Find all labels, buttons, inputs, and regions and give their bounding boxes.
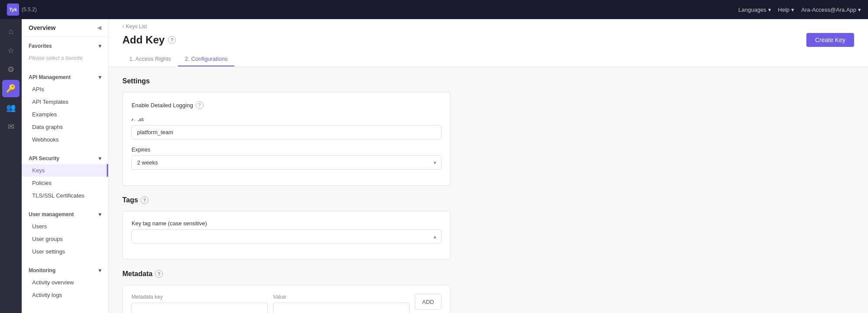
sidebar-item-apis[interactable]: APIs <box>22 83 108 96</box>
alias-input[interactable] <box>132 125 441 139</box>
help-menu[interactable]: Help ▾ <box>778 7 795 13</box>
sidebar-icon-home[interactable]: ⌂ <box>2 23 20 40</box>
sidebar-item-tls-ssl[interactable]: TLS/SSL Certificates <box>22 189 108 202</box>
main-layout: ⌂ ☆ ⚙ 🔑 👥 ✉ Overview ◀ Favorites ▾ Pleas… <box>0 19 868 313</box>
api-security-chevron-icon: ▾ <box>99 155 101 161</box>
page-title-row: Add Key ? Create Key <box>122 31 854 50</box>
expires-group: Expires Never 1 hour 1 day 1 week 2 week… <box>132 146 441 170</box>
nav-section-api-management-header[interactable]: API Management ▾ <box>22 72 108 83</box>
breadcrumb: ‹ Keys List <box>122 19 854 31</box>
sidebar-item-activity-logs[interactable]: Activity logs <box>22 289 108 301</box>
sidebar-icon-settings[interactable]: ⚙ <box>2 61 20 78</box>
icon-sidebar: ⌂ ☆ ⚙ 🔑 👥 ✉ <box>0 19 22 313</box>
metadata-help-icon[interactable]: ? <box>155 270 163 278</box>
metadata-section-title: Metadata ? <box>122 270 450 278</box>
nav-section-api-management: API Management ▾ APIs API Templates Exam… <box>22 68 108 149</box>
sidebar-item-policies[interactable]: Policies <box>22 177 108 189</box>
topnav-right: Languages ▾ Help ▾ Ara-Access@Ara.App ▾ <box>738 7 861 13</box>
tags-input-wrapper: ▴ <box>132 229 441 244</box>
sidebar-item-activity-overview[interactable]: Activity overview <box>22 276 108 289</box>
tyk-logo: Tyk (5.5.2) <box>7 3 37 16</box>
user-management-chevron-icon: ▾ <box>99 211 101 217</box>
nav-section-favorites: Favorites ▾ Please select a favorite <box>22 37 108 68</box>
metadata-value-input[interactable] <box>273 303 409 313</box>
sidebar-item-data-graphs[interactable]: Data graphs <box>22 121 108 133</box>
tags-section-title: Tags ? <box>122 196 450 204</box>
monitoring-chevron-icon: ▾ <box>99 267 101 273</box>
sidebar-icon-mail[interactable]: ✉ <box>2 118 20 135</box>
nav-section-monitoring: Monitoring ▾ Activity overview Activity … <box>22 261 108 305</box>
tags-help-icon[interactable]: ? <box>141 196 148 204</box>
expires-select-wrapper: Never 1 hour 1 day 1 week 2 weeks 1 mont… <box>132 155 441 170</box>
metadata-key-input[interactable] <box>132 303 268 313</box>
create-key-button[interactable]: Create Key <box>806 33 854 47</box>
tags-card: Key tag name (case sensitive) ▴ <box>122 211 450 260</box>
sidebar-item-keys[interactable]: Keys <box>22 164 108 177</box>
api-management-chevron-icon: ▾ <box>99 74 101 80</box>
sidebar-icon-favorites[interactable]: ☆ <box>2 42 20 59</box>
sidebar-item-examples[interactable]: Examples <box>22 108 108 121</box>
metadata-key-label: Metadata key <box>132 294 268 300</box>
sidebar-collapse-button[interactable]: ◀ <box>97 25 101 31</box>
content-area: ‹ Keys List Add Key ? Create Key 1. Acce… <box>108 19 868 313</box>
metadata-value-label: Value <box>273 294 409 300</box>
page-title: Add Key ? <box>122 34 176 46</box>
expires-label: Expires <box>132 146 441 153</box>
page-title-help-icon[interactable]: ? <box>168 36 176 44</box>
metadata-value-col: Value <box>273 294 409 313</box>
languages-menu[interactable]: Languages ▾ <box>738 7 771 13</box>
favorites-chevron-icon: ▾ <box>99 43 101 49</box>
tyk-logo-icon: Tyk <box>7 3 19 16</box>
logging-toggle-row: Enable Detailed Logging ? <box>132 101 441 109</box>
user-chevron-icon: ▾ <box>858 7 861 13</box>
favorites-placeholder: Please select a favorite <box>22 52 108 65</box>
metadata-add-wrapper: ADD <box>415 294 441 310</box>
expires-select[interactable]: Never 1 hour 1 day 1 week 2 weeks 1 mont… <box>132 155 441 170</box>
metadata-add-button[interactable]: ADD <box>415 294 441 310</box>
app-version: (5.5.2) <box>22 7 37 13</box>
toggle-thumb <box>132 113 140 121</box>
logging-help-icon[interactable]: ? <box>196 101 204 109</box>
user-menu[interactable]: Ara-Access@Ara.App ▾ <box>801 7 861 13</box>
nav-section-api-security-header[interactable]: API Security ▾ <box>22 153 108 164</box>
nav-section-user-management: User management ▾ Users User groups User… <box>22 205 108 261</box>
nav-section-api-security: API Security ▾ Keys Policies TLS/SSL Cer… <box>22 149 108 205</box>
nav-sidebar-header: Overview ◀ <box>22 19 108 37</box>
tag-name-input[interactable] <box>132 229 441 244</box>
topnav: Tyk (5.5.2) Languages ▾ Help ▾ Ara-Acces… <box>0 0 868 19</box>
nav-section-monitoring-header[interactable]: Monitoring ▾ <box>22 265 108 276</box>
help-chevron-icon: ▾ <box>791 7 794 13</box>
settings-card: Enable Detailed Logging ? Alias <box>122 92 450 186</box>
nav-section-favorites-header[interactable]: Favorites ▾ <box>22 40 108 52</box>
tag-name-group: Key tag name (case sensitive) ▴ <box>132 220 441 244</box>
breadcrumb-chevron-icon: ‹ <box>122 23 124 30</box>
sidebar-item-webhooks[interactable]: Webhooks <box>22 133 108 146</box>
sidebar-item-user-settings[interactable]: User settings <box>22 245 108 258</box>
sidebar-item-user-groups[interactable]: User groups <box>22 233 108 245</box>
metadata-key-col: Metadata key <box>132 294 268 313</box>
sidebar-overview-label: Overview <box>29 24 56 31</box>
nav-section-user-management-header[interactable]: User management ▾ <box>22 209 108 220</box>
logging-label: Enable Detailed Logging ? <box>132 101 441 109</box>
content-body: Settings Enable Detailed Logging ? <box>108 67 464 313</box>
metadata-card: Metadata key Value ADD <box>122 285 450 313</box>
topnav-left: Tyk (5.5.2) <box>7 3 37 16</box>
tab-configurations[interactable]: 2. Configurations <box>178 52 234 66</box>
sidebar-icon-security[interactable]: 🔑 <box>2 80 20 97</box>
tabs: 1. Access Rights 2. Configurations <box>122 50 854 66</box>
page-header: ‹ Keys List Add Key ? Create Key 1. Acce… <box>108 19 868 67</box>
sidebar-icon-users[interactable]: 👥 <box>2 99 20 116</box>
nav-sidebar: Overview ◀ Favorites ▾ Please select a f… <box>22 19 108 313</box>
sidebar-item-users[interactable]: Users <box>22 220 108 233</box>
languages-chevron-icon: ▾ <box>768 7 771 13</box>
metadata-row: Metadata key Value ADD <box>132 294 441 313</box>
tab-access-rights[interactable]: 1. Access Rights <box>122 52 178 66</box>
sidebar-item-api-templates[interactable]: API Templates <box>22 96 108 108</box>
tag-name-label: Key tag name (case sensitive) <box>132 220 441 227</box>
alias-label: Alias <box>132 116 441 122</box>
breadcrumb-keys-list[interactable]: Keys List <box>126 23 147 30</box>
settings-section-title: Settings <box>122 77 450 85</box>
alias-group: Alias <box>132 116 441 139</box>
